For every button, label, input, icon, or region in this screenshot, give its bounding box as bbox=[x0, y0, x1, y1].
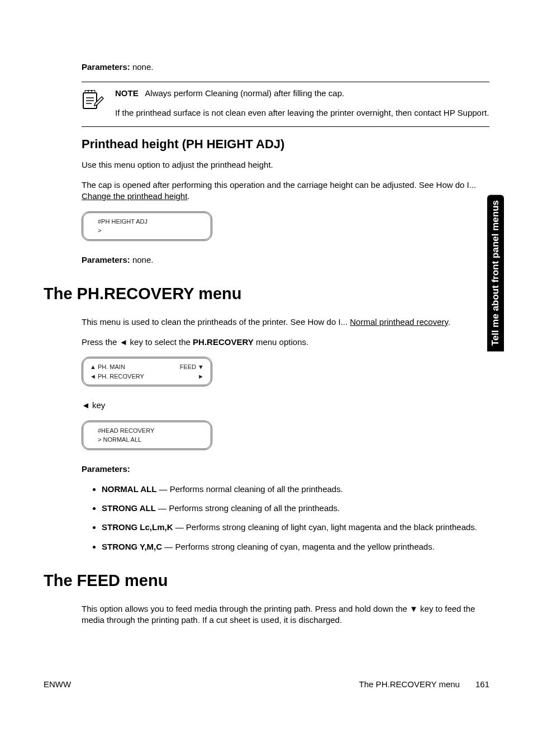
list-item: STRONG ALL — Performs strong cleaning of… bbox=[102, 503, 489, 514]
footer: ENWW The PH.RECOVERY menu 161 bbox=[44, 679, 489, 689]
param-name: STRONG Lc,Lm,K bbox=[102, 522, 175, 532]
parameters-label-2: Parameters: bbox=[82, 255, 130, 264]
note-text: NOTE Always perform Cleaning (normal) af… bbox=[115, 88, 489, 119]
heading-printhead-height: Printhead height (PH HEIGHT ADJ) bbox=[82, 137, 489, 152]
text-rec-b: . bbox=[448, 317, 450, 327]
parameters-none-2: Parameters: none. bbox=[82, 254, 489, 266]
para-rec-intro: This menu is used to clean the printhead… bbox=[82, 316, 489, 328]
heading-ph-recovery-menu: The PH.RECOVERY menu bbox=[44, 285, 489, 303]
param-name: NORMAL ALL bbox=[102, 484, 156, 494]
list-item: NORMAL ALL — Performs normal cleaning of… bbox=[102, 484, 489, 495]
para-feed: This option allows you to feed media thr… bbox=[82, 603, 489, 626]
content-area: Parameters: none. NOTE Always perform Cl… bbox=[82, 62, 489, 266]
param-desc: — Performs strong cleaning of all the pr… bbox=[156, 503, 340, 513]
para-left-key: ◄ key bbox=[82, 400, 489, 411]
lcd1-line2: > bbox=[90, 226, 147, 235]
note-box: NOTE Always perform Cleaning (normal) af… bbox=[82, 82, 489, 127]
lcd-ph-height-adj: #PH HEIGHT ADJ > bbox=[82, 211, 212, 241]
text-press-b: PH.RECOVERY bbox=[193, 337, 254, 347]
text-cap-a: The cap is opened after performing this … bbox=[82, 180, 476, 190]
link-normal-printhead-recovery[interactable]: Normal printhead recovery bbox=[350, 317, 448, 327]
param-desc: — Performs strong cleaning of cyan, mage… bbox=[164, 542, 435, 551]
list-item: STRONG Y,M,C — Performs strong cleaning … bbox=[102, 541, 489, 552]
text-cap-b: . bbox=[187, 191, 189, 201]
lcd3-l1: #HEAD RECOVERY bbox=[90, 426, 154, 436]
footer-left: ENWW bbox=[44, 679, 71, 689]
footer-section-title: The PH.RECOVERY menu bbox=[359, 679, 460, 689]
text-press-c: menu options. bbox=[254, 337, 308, 347]
list-item: STRONG Lc,Lm,K — Performs strong cleanin… bbox=[102, 522, 489, 533]
para-cap-opened: The cap is opened after performing this … bbox=[82, 179, 489, 202]
note-line2: If the printhead surface is not clean ev… bbox=[115, 107, 489, 119]
lcd2-l2: ◄ PH. RECOVERY bbox=[90, 372, 144, 381]
text-press-a: Press the ◄ key to select the bbox=[82, 337, 193, 347]
page: Parameters: none. NOTE Always perform Cl… bbox=[0, 0, 533, 756]
parameters-value: none. bbox=[130, 62, 154, 72]
content-area-3: This option allows you to feed media thr… bbox=[82, 603, 489, 626]
lcd-head-recovery: #HEAD RECOVERY > NORMAL ALL bbox=[82, 420, 212, 450]
note-line1: Always perform Cleaning (normal) after f… bbox=[145, 88, 344, 98]
content-area-2: This menu is used to clean the printhead… bbox=[82, 316, 489, 552]
text-rec-a: This menu is used to clean the printhead… bbox=[82, 317, 350, 327]
lcd-ph-main: ▲ PH. MAIN ◄ PH. RECOVERY FEED ▼ ► bbox=[82, 357, 212, 386]
param-desc: — Performs normal cleaning of all the pr… bbox=[156, 484, 343, 494]
note-icon bbox=[82, 88, 105, 119]
param-name: STRONG ALL bbox=[102, 503, 156, 513]
parameters-label-3: Parameters: bbox=[82, 464, 489, 475]
heading-feed-menu: The FEED menu bbox=[44, 571, 489, 590]
param-name: STRONG Y,M,C bbox=[102, 542, 164, 551]
parameters-value-2: none. bbox=[130, 255, 154, 264]
note-label: NOTE bbox=[115, 88, 139, 98]
lcd2-r1: FEED ▼ bbox=[180, 362, 204, 372]
lcd2-l1: ▲ PH. MAIN bbox=[90, 362, 144, 372]
link-change-printhead-height[interactable]: Change the printhead height bbox=[82, 191, 187, 201]
lcd1-line1: #PH HEIGHT ADJ bbox=[90, 217, 147, 226]
parameters-list: NORMAL ALL — Performs normal cleaning of… bbox=[102, 484, 489, 552]
para-press-key: Press the ◄ key to select the PH.RECOVER… bbox=[82, 337, 489, 348]
footer-page-number: 161 bbox=[475, 679, 489, 689]
parameters-label: Parameters: bbox=[82, 62, 130, 72]
para-use-menu: Use this menu option to adjust the print… bbox=[82, 159, 489, 171]
parameters-none-1: Parameters: none. bbox=[82, 62, 489, 73]
param-desc: — Performs strong cleaning of light cyan… bbox=[175, 522, 477, 532]
side-tab: Tell me about front panel menus bbox=[487, 195, 504, 351]
lcd2-r2: ► bbox=[180, 372, 204, 381]
lcd3-l2: > NORMAL ALL bbox=[90, 435, 154, 445]
